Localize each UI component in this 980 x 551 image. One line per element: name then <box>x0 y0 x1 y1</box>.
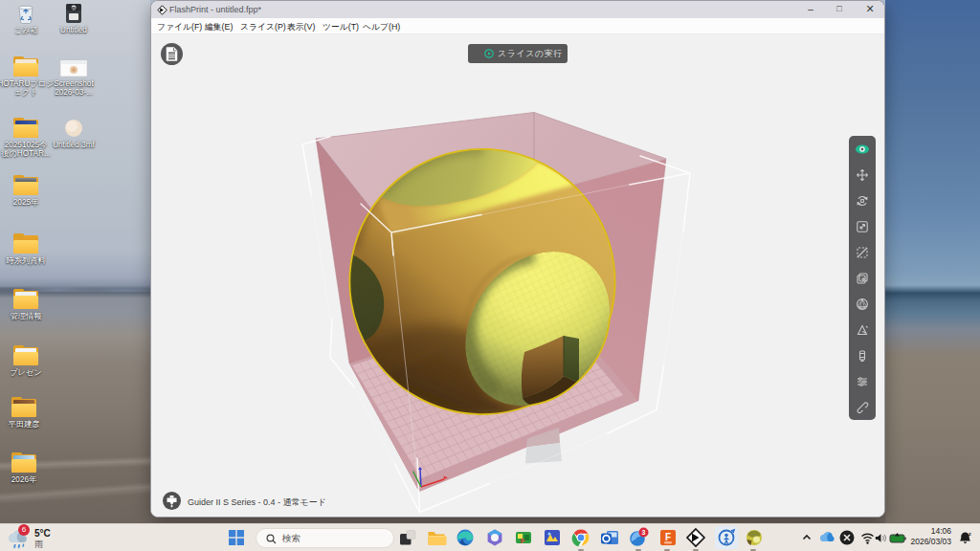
svg-text:z: z <box>969 531 971 537</box>
svg-text:STL: STL <box>71 7 78 11</box>
svg-text:3: 3 <box>642 529 646 536</box>
svg-text:F: F <box>665 532 671 542</box>
